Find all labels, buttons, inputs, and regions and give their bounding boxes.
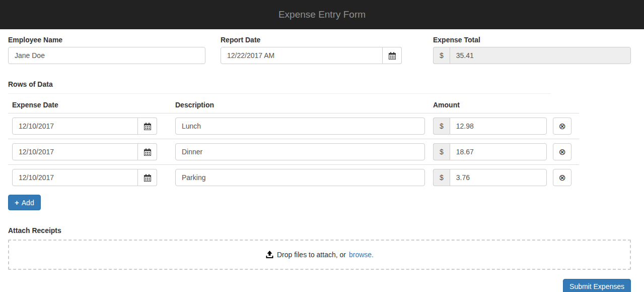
footer-actions: Submit Expenses — [8, 279, 631, 292]
report-date-label: Report Date — [221, 36, 402, 44]
expense-table: Expense Date Description Amount — [8, 97, 579, 190]
remove-row-button[interactable]: ⊗ — [553, 118, 571, 135]
description-input[interactable] — [175, 118, 425, 135]
submit-expenses-button[interactable]: Submit Expenses — [563, 279, 631, 292]
upload-icon — [265, 251, 274, 259]
file-dropzone[interactable]: Drop files to attach, or browse. — [8, 240, 631, 270]
expense-row: $ ⊗ — [8, 139, 579, 165]
column-header-description: Description — [171, 97, 429, 113]
expense-date-calendar-button[interactable] — [138, 169, 157, 186]
expense-total-input — [450, 47, 631, 64]
remove-row-button[interactable]: ⊗ — [553, 169, 571, 186]
attach-receipts-title: Attach Receipts — [8, 226, 631, 235]
remove-row-button[interactable]: ⊗ — [553, 143, 571, 160]
report-date-calendar-button[interactable] — [383, 47, 402, 64]
calendar-icon — [144, 123, 151, 130]
description-input[interactable] — [175, 143, 425, 160]
browse-link[interactable]: browse. — [349, 251, 374, 259]
dropzone-text: Drop files to attach, or — [277, 251, 346, 259]
expense-date-calendar-button[interactable] — [138, 118, 157, 135]
currency-addon: $ — [433, 118, 450, 135]
expense-row: $ ⊗ — [8, 165, 579, 191]
top-form: Employee Name Report Date — [8, 36, 631, 64]
amount-input[interactable] — [450, 143, 547, 160]
currency-addon: $ — [433, 143, 450, 160]
currency-addon: $ — [433, 169, 450, 186]
amount-input[interactable] — [450, 169, 547, 186]
description-input[interactable] — [175, 169, 425, 186]
report-date-input[interactable] — [221, 47, 383, 64]
submit-button-label: Submit Expenses — [569, 282, 624, 290]
expense-total-label: Expense Total — [433, 36, 631, 44]
app-header: Expense Entry Form — [0, 0, 644, 29]
expense-date-input[interactable] — [12, 143, 138, 160]
plus-icon: + — [15, 198, 19, 207]
report-date-group: Report Date — [221, 36, 402, 64]
column-header-amount: Amount — [429, 97, 549, 113]
add-button-label: Add — [22, 199, 34, 207]
employee-name-input[interactable] — [8, 47, 205, 64]
rows-of-data-section: Rows of Data Expense Date Description Am… — [8, 80, 631, 210]
expense-total-group: Expense Total $ — [433, 36, 631, 64]
remove-circle-icon: ⊗ — [558, 148, 565, 156]
remove-circle-icon: ⊗ — [558, 173, 565, 182]
remove-circle-icon: ⊗ — [558, 122, 565, 131]
currency-addon: $ — [433, 47, 450, 64]
page-title: Expense Entry Form — [278, 9, 366, 20]
attach-receipts-section: Attach Receipts Drop files to attach, or… — [8, 226, 631, 270]
expense-date-input[interactable] — [12, 118, 138, 135]
expense-table-header-row: Expense Date Description Amount — [8, 97, 579, 113]
calendar-icon — [144, 174, 151, 182]
rows-of-data-title: Rows of Data — [8, 80, 631, 88]
add-row-button[interactable]: + Add — [8, 195, 41, 210]
expense-date-calendar-button[interactable] — [138, 143, 157, 160]
section-divider — [8, 93, 551, 94]
amount-input[interactable] — [450, 118, 547, 135]
column-header-expense-date: Expense Date — [8, 97, 171, 113]
employee-name-label: Employee Name — [8, 36, 205, 44]
expense-date-input[interactable] — [12, 169, 138, 186]
column-header-actions — [549, 97, 579, 113]
expense-row: $ ⊗ — [8, 113, 579, 139]
calendar-icon — [144, 148, 151, 156]
calendar-icon — [389, 52, 396, 60]
employee-name-group: Employee Name — [8, 36, 205, 64]
